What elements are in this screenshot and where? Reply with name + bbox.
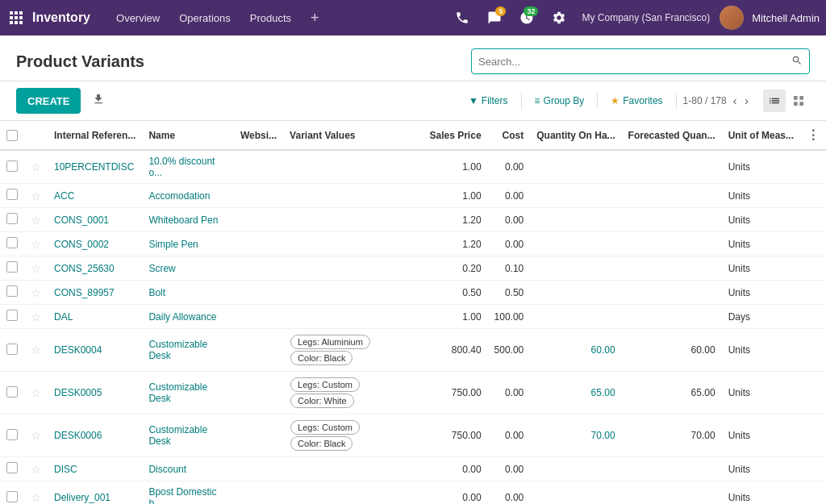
name-link-5[interactable]: Bolt	[148, 287, 165, 298]
chat-icon-btn[interactable]: 5	[482, 5, 507, 31]
ref-link-3[interactable]: CONS_0002	[54, 239, 109, 250]
row-checkbox-2[interactable]	[6, 213, 18, 224]
name-link-9[interactable]: Customizable Desk	[148, 424, 207, 447]
row-forecasted-qty-0	[622, 150, 722, 184]
search-input[interactable]	[478, 56, 791, 68]
name-link-11[interactable]: Bpost Domestic b...	[148, 486, 216, 504]
row-checkbox-8[interactable]	[6, 386, 18, 398]
name-link-3[interactable]: Simple Pen	[148, 239, 198, 250]
name-link-0[interactable]: 10.0% discount o...	[148, 156, 215, 178]
ref-link-8[interactable]: DESK0005	[54, 387, 102, 398]
row-star-11[interactable]: ☆	[31, 491, 41, 504]
row-qty-on-hand-0	[530, 150, 621, 184]
header-qty-on-hand[interactable]: Quantity On Ha...	[530, 121, 621, 150]
ref-link-6[interactable]: DAL	[54, 311, 73, 323]
row-checkbox-10[interactable]	[6, 462, 18, 473]
ref-link-11[interactable]: Delivery_001	[54, 492, 111, 503]
row-checkbox-11[interactable]	[6, 491, 18, 502]
row-uom-9: Units	[722, 414, 800, 457]
row-star-5[interactable]: ☆	[31, 286, 41, 299]
row-star-4[interactable]: ☆	[31, 262, 41, 275]
name-link-2[interactable]: Whiteboard Pen	[148, 215, 218, 226]
row-sales-price-5: 0.50	[423, 281, 488, 305]
ref-link-4[interactable]: CONS_25630	[54, 263, 115, 274]
ref-link-7[interactable]: DESK0004	[54, 344, 102, 356]
row-checkbox-3[interactable]	[6, 237, 18, 248]
row-star-7[interactable]: ☆	[31, 344, 41, 356]
header-uom[interactable]: Unit of Meas...	[722, 121, 800, 150]
name-link-6[interactable]: Daily Allowance	[148, 311, 216, 323]
phone-icon-btn[interactable]	[449, 5, 475, 31]
header-forecasted-qty[interactable]: Forecasted Quan...	[622, 121, 722, 150]
kanban-view-button[interactable]	[787, 90, 810, 112]
prev-page-button[interactable]: ‹	[732, 94, 739, 107]
avatar[interactable]	[720, 6, 744, 30]
ref-link-1[interactable]: ACC	[54, 190, 74, 202]
header-more[interactable]: ⋮	[800, 121, 826, 150]
row-checkbox-5[interactable]	[6, 285, 18, 297]
table-header: Internal Referen... Name Websi... Varian…	[0, 121, 826, 150]
header-cost[interactable]: Cost	[488, 121, 531, 150]
name-link-7[interactable]: Customizable Desk	[148, 339, 207, 361]
row-variant-values-6	[283, 305, 423, 329]
row-checkbox-9[interactable]	[6, 429, 18, 440]
ref-link-10[interactable]: DISC	[54, 464, 77, 475]
row-checkbox-4[interactable]	[6, 261, 18, 273]
header-sales-price[interactable]: Sales Price	[423, 121, 488, 150]
row-star-9[interactable]: ☆	[31, 429, 41, 442]
variant-tag: Legs: Custom	[290, 420, 360, 435]
header-name[interactable]: Name	[142, 121, 234, 150]
row-checkbox-7[interactable]	[6, 344, 18, 355]
row-cost-9: 0.00	[488, 414, 531, 457]
app-brand[interactable]: Inventory	[32, 10, 90, 25]
qty-link-7[interactable]: 60.00	[591, 344, 615, 356]
row-star-0[interactable]: ☆	[31, 160, 41, 173]
clock-icon-btn[interactable]: 32	[514, 5, 540, 31]
ref-link-2[interactable]: CONS_0001	[54, 215, 109, 226]
header-website[interactable]: Websi...	[234, 121, 283, 150]
import-button[interactable]	[87, 93, 110, 109]
create-button[interactable]: CREATE	[16, 88, 81, 114]
add-menu-button[interactable]: +	[304, 10, 326, 27]
qty-link-9[interactable]: 70.00	[591, 430, 615, 441]
svg-rect-2	[19, 11, 23, 15]
table-row: ☆10PERCENTDISC10.0% discount o...1.000.0…	[0, 150, 826, 184]
row-website-11	[234, 481, 283, 505]
nav-operations[interactable]: Operations	[169, 0, 240, 35]
filters-button[interactable]: ▼ Filters	[462, 95, 515, 106]
row-checkbox-1[interactable]	[6, 189, 18, 200]
header-internal-ref[interactable]: Internal Referen...	[48, 121, 142, 150]
row-cost-5: 0.50	[488, 281, 531, 305]
next-page-button[interactable]: ›	[743, 94, 750, 107]
group-by-button[interactable]: ≡ Group By	[528, 95, 591, 106]
name-link-4[interactable]: Screw	[148, 263, 175, 274]
row-star-10[interactable]: ☆	[31, 463, 41, 476]
name-link-1[interactable]: Accomodation	[148, 190, 210, 202]
ref-link-0[interactable]: 10PERCENTDISC	[54, 161, 134, 173]
chat-badge: 5	[495, 6, 506, 16]
select-all-checkbox[interactable]	[6, 130, 18, 141]
row-checkbox-6[interactable]	[6, 310, 18, 321]
header-variant-values[interactable]: Variant Values	[283, 121, 423, 150]
row-star-2[interactable]: ☆	[31, 214, 41, 227]
nav-products[interactable]: Products	[240, 0, 301, 35]
row-qty-on-hand-10	[530, 457, 621, 481]
settings-icon-btn[interactable]	[546, 5, 572, 31]
list-view-button[interactable]	[763, 90, 786, 112]
ref-link-9[interactable]: DESK0006	[54, 430, 102, 441]
row-variant-values-10	[283, 457, 423, 481]
row-star-8[interactable]: ☆	[31, 386, 41, 399]
row-star-1[interactable]: ☆	[31, 190, 41, 202]
row-cost-6: 100.00	[488, 305, 531, 329]
grid-menu-icon[interactable]	[6, 8, 26, 27]
row-star-6[interactable]: ☆	[31, 310, 41, 323]
row-checkbox-0[interactable]	[6, 160, 18, 172]
favorites-button[interactable]: ★ Favorites	[604, 95, 669, 106]
name-link-10[interactable]: Discount	[148, 464, 186, 475]
name-link-8[interactable]: Customizable Desk	[148, 381, 207, 404]
ref-link-5[interactable]: CONS_89957	[54, 287, 115, 298]
search-icon	[791, 55, 803, 69]
row-star-3[interactable]: ☆	[31, 238, 41, 251]
nav-overview[interactable]: Overview	[106, 0, 169, 35]
qty-link-8[interactable]: 65.00	[591, 387, 615, 398]
